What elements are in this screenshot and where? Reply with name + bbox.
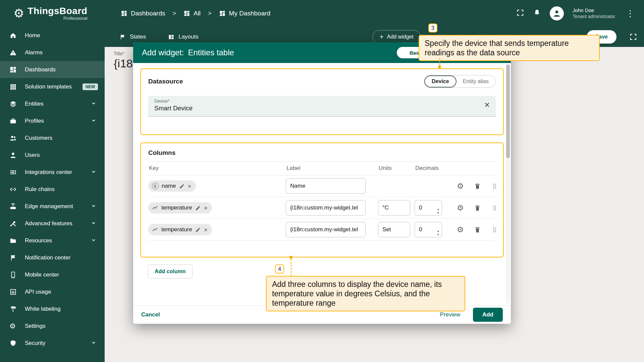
key-chip-temperature[interactable]: temperature × [148, 224, 212, 235]
tour-step-4-callout: Add three columns to display the device … [266, 276, 465, 311]
column-settings-gear-icon[interactable]: ⚙ [457, 204, 464, 212]
drag-handle-icon[interactable] [491, 204, 498, 212]
edit-pencil-icon[interactable] [179, 183, 185, 189]
delete-column-trash-icon[interactable] [474, 204, 481, 212]
sidebar-item-advanced-features[interactable]: Advanced features [0, 215, 105, 232]
entities-layers-icon [9, 100, 17, 108]
datasource-type-device[interactable]: Device [424, 75, 457, 87]
remove-key-icon[interactable]: × [204, 227, 208, 233]
chevron-down-icon [91, 169, 98, 176]
add-button[interactable]: Add [473, 308, 503, 322]
sidebar-item-white-labeling[interactable]: White labeling [0, 300, 105, 317]
drag-handle-icon[interactable] [491, 183, 498, 190]
toolbar-fullscreen-icon[interactable] [629, 33, 637, 41]
sidebar-item-dashboards[interactable]: Dashboards [0, 61, 105, 78]
states-button[interactable]: States [119, 34, 146, 40]
edit-pencil-icon[interactable] [195, 227, 201, 233]
breadcrumb-separator: > [172, 10, 176, 17]
chevron-down-icon [91, 117, 98, 125]
spinner-down-icon[interactable]: ▼ [437, 212, 440, 215]
sidebar-item-rule-chains[interactable]: Rule chains [0, 181, 105, 198]
table-row: temperature × ▲ ▼ [148, 219, 496, 241]
fullscreen-icon[interactable] [516, 9, 524, 18]
breadcrumb-all[interactable]: All [183, 10, 201, 17]
sidebar-item-alarms[interactable]: Alarms [0, 44, 105, 61]
tour-step-3-connector [439, 58, 440, 65]
sidebar-item-entities[interactable]: Entities [0, 95, 105, 112]
device-field[interactable]: Device* Smart Device × [148, 96, 496, 117]
paint-roller-icon [9, 305, 17, 313]
spinner-up-icon[interactable]: ▲ [437, 230, 440, 233]
sidebar-item-profiles[interactable]: Profiles [0, 112, 105, 129]
notifications-bell-icon[interactable] [533, 9, 541, 18]
remove-key-icon[interactable]: × [188, 183, 192, 189]
layouts-button[interactable]: Layouts [168, 34, 199, 40]
delete-column-trash-icon[interactable] [474, 226, 481, 233]
add-widget-button[interactable]: + Add widget [373, 30, 421, 44]
clear-device-icon[interactable]: × [484, 101, 490, 110]
datasource-heading: Datasource [148, 78, 183, 85]
sidebar-item-mobile-center[interactable]: Mobile center [0, 266, 105, 283]
kebab-menu-icon[interactable]: ⋮ [624, 9, 637, 18]
sidebar-item-integrations-center[interactable]: Integrations center [0, 164, 105, 181]
chevron-down-icon [91, 237, 98, 244]
key-chip-name[interactable]: E name × [148, 180, 196, 192]
user-name: John Doe [573, 7, 615, 14]
breadcrumb-my-dashboard[interactable]: My Dashboard [219, 10, 271, 17]
column-settings-gear-icon[interactable]: ⚙ [457, 182, 464, 190]
gear-icon: ⚙ [9, 322, 17, 330]
sidebar-item-solution-templates[interactable]: Solution templates NEW [0, 78, 105, 95]
dialog-scrollbar [506, 64, 510, 304]
sidebar-item-api-usage[interactable]: API usage [0, 283, 105, 300]
edit-pencil-icon[interactable] [195, 205, 201, 211]
scrollbar-thumb[interactable] [506, 64, 510, 158]
column-settings-gear-icon[interactable]: ⚙ [457, 226, 464, 234]
tour-step-4-dot [289, 256, 292, 259]
units-input[interactable] [378, 200, 410, 216]
rule-chains-icon [9, 186, 17, 193]
remove-key-icon[interactable]: × [204, 205, 208, 211]
label-input[interactable] [286, 178, 366, 194]
cancel-button[interactable]: Cancel [141, 311, 160, 318]
user-avatar[interactable] [550, 6, 564, 20]
sidebar-item-home[interactable]: Home [0, 27, 105, 44]
delete-column-trash-icon[interactable] [474, 183, 481, 190]
tools-icon [9, 220, 17, 227]
sidebar-item-settings[interactable]: ⚙ Settings [0, 317, 105, 335]
drag-handle-icon[interactable] [491, 226, 498, 233]
units-input[interactable] [378, 222, 410, 237]
label-input[interactable] [286, 200, 366, 216]
label-input[interactable] [286, 222, 366, 237]
spinner-up-icon[interactable]: ▲ [437, 208, 440, 211]
briefcase-icon [9, 117, 17, 125]
columns-table: Key Label Units Decimals E name × [148, 161, 496, 241]
dashboards-icon [219, 10, 226, 17]
key-chip-temperature[interactable]: temperature × [148, 202, 212, 214]
sidebar-item-resources[interactable]: Resources [0, 232, 105, 249]
chevron-down-icon [91, 100, 98, 108]
states-flag-icon [119, 34, 126, 40]
sidebar-item-customers[interactable]: Customers [0, 129, 105, 146]
add-column-button[interactable]: Add column [148, 264, 193, 279]
sidebar-item-security[interactable]: Security [0, 335, 105, 352]
datasource-type-entity-alias[interactable]: Entity alias [456, 75, 495, 87]
dashboards-icon [9, 66, 17, 73]
dialog-subtitle: Entities table [188, 48, 234, 57]
datasource-section: Datasource Device Entity alias Device* S… [140, 68, 504, 135]
logo-gear-icon: ⚙ [13, 7, 24, 19]
brand-logo[interactable]: ⚙ ThingsBoard Professional [0, 6, 105, 21]
entity-field-icon: E [152, 183, 159, 189]
breadcrumb-dashboards[interactable]: Dashboards [121, 10, 165, 17]
user-person-icon [9, 152, 17, 159]
sidebar-item-edge-management[interactable]: Edge management [0, 198, 105, 215]
timeseries-icon [152, 205, 158, 211]
sidebar-item-notification-center[interactable]: Notification center [0, 249, 105, 266]
dialog-body: Datasource Device Entity alias Device* S… [133, 63, 511, 305]
sidebar-item-users[interactable]: Users [0, 146, 105, 164]
spinner-down-icon[interactable]: ▼ [437, 233, 440, 236]
integrations-input-icon [9, 169, 17, 176]
home-icon [9, 32, 17, 39]
flag-icon [9, 254, 17, 261]
preview-button[interactable]: Preview [440, 311, 460, 318]
user-info[interactable]: John Doe Tenant administrator [573, 7, 615, 19]
